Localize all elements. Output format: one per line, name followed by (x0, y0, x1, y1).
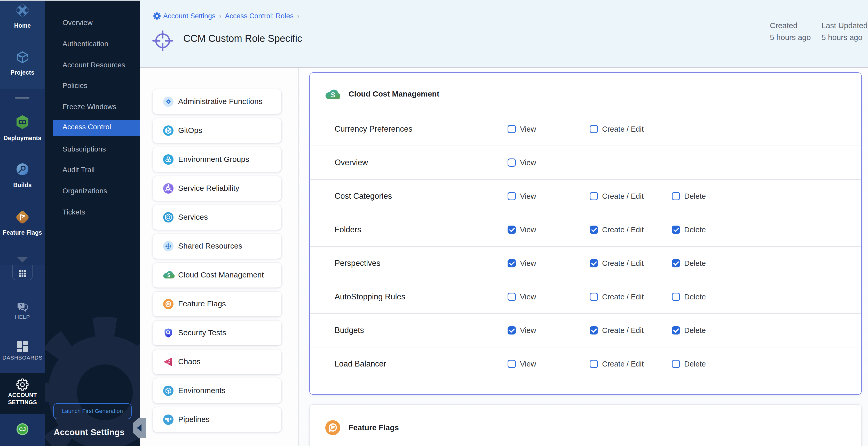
svg-text:$: $ (167, 272, 170, 278)
svg-text:?: ? (20, 303, 23, 308)
svg-text:$: $ (331, 91, 335, 99)
